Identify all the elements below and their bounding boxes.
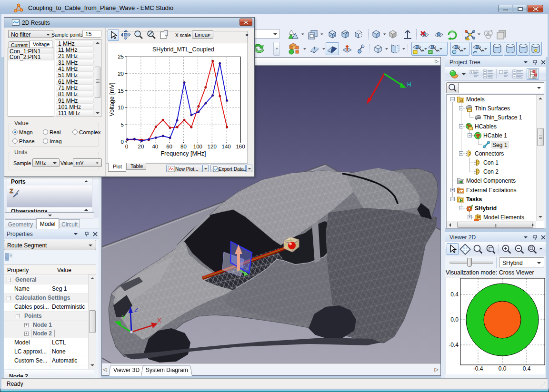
svg-text:10: 10 [118,105,124,110]
svg-text:15: 15 [118,88,124,94]
svg-text:Z: Z [10,187,13,195]
svg-text:0: 0 [125,144,128,149]
svg-text:20: 20 [138,144,144,149]
svg-text:-0.4: -0.4 [473,365,483,372]
svg-text:5: 5 [121,122,124,127]
svg-text:40: 40 [152,144,158,149]
svg-text:H: H [407,81,411,88]
svg-text:0.4: 0.4 [450,291,459,298]
svg-text:160: 160 [236,144,245,149]
svg-text:100: 100 [193,144,202,149]
svg-text:0.4: 0.4 [523,365,531,372]
svg-text:120: 120 [208,144,217,149]
svg-text:80: 80 [180,144,187,149]
svg-text:Frequency [MHz]: Frequency [MHz] [160,150,206,157]
svg-text:X: X [157,317,161,324]
svg-text:Z: Z [134,306,138,314]
svg-text:Voltage [mV]: Voltage [mV] [109,83,115,117]
svg-text:-0.4: -0.4 [449,342,459,348]
svg-text:0.0: 0.0 [450,316,459,323]
svg-text:25: 25 [118,54,124,59]
svg-text:0.0: 0.0 [499,365,507,372]
svg-text:20: 20 [118,71,124,77]
svg-text:Y: Y [122,314,126,321]
svg-text:60: 60 [166,144,172,149]
svg-text:140: 140 [222,144,231,149]
svg-text:SHybrid_MTL_Coupled: SHybrid_MTL_Coupled [152,46,214,53]
svg-text:0: 0 [121,139,124,145]
